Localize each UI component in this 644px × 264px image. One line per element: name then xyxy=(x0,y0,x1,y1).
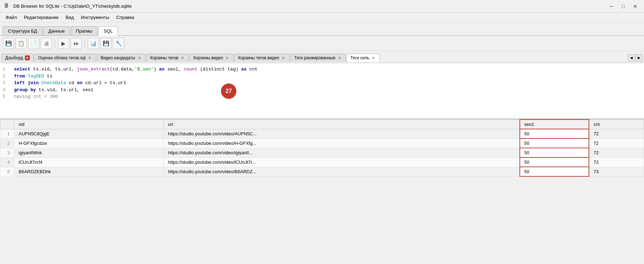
sql-code-3: left join CheckData cd on cd.url = ts.ur… xyxy=(14,80,641,87)
cell-vid: B6ARDZEBDhk xyxy=(14,167,164,176)
sql-tab-close-video-baskets[interactable]: ✕ xyxy=(225,55,230,60)
menu-tools[interactable]: Инструменты xyxy=(78,14,112,21)
cell-url: https://studio.youtube.com/video/lCUnJt7… xyxy=(163,157,519,167)
sql-line-3: 3 left join CheckData cd on cd.url = ts.… xyxy=(3,80,641,87)
cell-vid: lCUnJt7rcf4 xyxy=(14,157,164,167)
cell-rownum: 3 xyxy=(0,148,14,157)
col-header-vid[interactable]: vid xyxy=(14,120,164,129)
cell-cnt: 72 xyxy=(589,148,644,157)
sql-line-2: 2 from TagSEO ts xyxy=(3,73,641,80)
toolbar-sep1 xyxy=(55,39,55,48)
toolbar-print-btn[interactable]: 🖨 xyxy=(41,38,52,49)
menu-file[interactable]: Файл xyxy=(3,14,20,21)
close-button[interactable]: ✕ xyxy=(631,2,640,11)
sql-line-1: 1 select ts.vid, ts.url, json_extract(cd… xyxy=(3,66,641,73)
results-area[interactable]: vid url seo1 cnt 1 AUFN5C8QjgE https://s… xyxy=(0,119,644,264)
sql-tab-close-strong-tags[interactable]: ✕ xyxy=(371,55,376,60)
window-controls: ─ □ ✕ xyxy=(607,2,640,11)
toolbar-sep2 xyxy=(85,39,85,48)
sql-tab-label: Теги ранжированные xyxy=(294,55,335,60)
line-number-4: 4 xyxy=(3,87,10,93)
table-row[interactable]: 1 AUFN5C8QjgE https://studio.youtube.com… xyxy=(0,129,644,138)
sql-code-1: select ts.vid, ts.url, json_extract(cd.d… xyxy=(14,66,641,73)
toolbar-copy-btn[interactable]: 📋 xyxy=(15,38,27,49)
sql-tab-close-tag-baskets[interactable]: ✕ xyxy=(180,55,185,60)
sql-tab-dashboard[interactable]: Дэшборд ✕ xyxy=(1,54,34,62)
cell-url: https://studio.youtube.com/video/H-GFXfg… xyxy=(163,138,519,148)
cell-vid: AUFN5C8QjgE xyxy=(14,129,164,138)
cell-rownum: 5 xyxy=(0,167,14,176)
sql-tabs-prev[interactable]: ◀ xyxy=(628,54,635,61)
cell-seo1: 50 xyxy=(520,138,589,148)
sql-tab-tag-baskets[interactable]: Корзины тегов ✕ xyxy=(146,54,189,62)
sql-tab-strong-tags[interactable]: Теги силь ✕ xyxy=(347,54,380,62)
sql-editor[interactable]: 1 select ts.vid, ts.url, json_extract(cd… xyxy=(0,63,644,119)
cell-seo1: 50 xyxy=(520,157,589,167)
cell-seo1: 50 xyxy=(520,129,589,138)
toolbar-export-btn[interactable]: 💾 xyxy=(100,38,112,49)
cell-vid: H-GFXfgcdzw xyxy=(14,138,164,148)
toolbar: 💾 📋 📄 🖨 ▶ ⏭ 📊 💾 🔧 xyxy=(0,36,644,51)
tab-data[interactable]: Данные xyxy=(43,26,70,35)
toolbar-save-btn[interactable]: 💾 xyxy=(3,38,14,49)
col-header-cnt[interactable]: cnt xyxy=(589,120,644,129)
minimize-button[interactable]: ─ xyxy=(607,2,616,11)
sql-editor-content[interactable]: 1 select ts.vid, ts.url, json_extract(cd… xyxy=(0,63,644,119)
col-header-url[interactable]: url xyxy=(163,120,519,129)
maximize-button[interactable]: □ xyxy=(619,2,628,11)
tab-sql[interactable]: SQL xyxy=(98,26,118,36)
sql-tabs-nav: ◀ ▶ xyxy=(628,54,643,61)
sql-tab-close-tagcloud[interactable]: ✕ xyxy=(87,55,92,60)
cell-rownum: 1 xyxy=(0,129,14,138)
sql-tab-video-baskets[interactable]: Корзины видео ✕ xyxy=(189,54,233,62)
line-number-5: 5 xyxy=(3,93,10,100)
sql-tabs: Дэшборд ✕ Оценка облака тегов.sql ✕ Виде… xyxy=(0,51,644,63)
col-header-rownum xyxy=(0,120,14,129)
toolbar-settings-btn[interactable]: 🔧 xyxy=(113,38,124,49)
cell-cnt: 72 xyxy=(589,138,644,148)
query-count-badge: 27 xyxy=(221,83,236,99)
menu-help[interactable]: Справка xyxy=(114,14,137,21)
menu-bar: Файл Редактирование Вид Инструменты Спра… xyxy=(0,13,644,22)
table-row[interactable]: 5 B6ARDZEBDhk https://studio.youtube.com… xyxy=(0,167,644,176)
toolbar-new-btn[interactable]: 📄 xyxy=(28,38,39,49)
sql-tab-tagcloud[interactable]: Оценка облака тегов.sql ✕ xyxy=(34,54,96,62)
sql-tab-label: Корзины тегов xyxy=(150,55,178,60)
sql-tab-ranked-tags[interactable]: Теги ранжированные ✕ xyxy=(290,54,346,62)
sql-tab-close-tag-video-baskets[interactable]: ✕ xyxy=(281,55,286,60)
sql-tab-label: Корзины видео xyxy=(193,55,223,60)
cell-url: https://studio.youtube.com/video/AUFN5C.… xyxy=(163,129,519,138)
table-row[interactable]: 3 igiyanlIWnk https://studio.youtube.com… xyxy=(0,148,644,157)
title-bar: 🗄 DB Browser for SQLite - C:\UpDate\O_YT… xyxy=(0,0,644,13)
col-header-seo1[interactable]: seo1 xyxy=(520,120,589,129)
sql-tab-label: Теги силь xyxy=(350,55,369,60)
menu-view[interactable]: Вид xyxy=(63,14,77,21)
sql-tab-close-candidates[interactable]: ✕ xyxy=(137,55,142,60)
tab-pragmas[interactable]: Прагмы xyxy=(71,26,98,35)
sql-code-4: group by ts.vid, ts.url, seol xyxy=(14,87,641,94)
sql-code-2: from TagSEO ts xyxy=(14,73,641,80)
sql-tab-close-dashboard[interactable]: ✕ xyxy=(25,55,30,60)
sql-line-5: 5 having cnt < 300 xyxy=(3,93,641,100)
sql-tab-label: Оценка облака тегов.sql xyxy=(38,55,86,60)
sql-tab-candidates[interactable]: Видео кандидаты ✕ xyxy=(97,54,146,62)
main-layout: 1 select ts.vid, ts.url, json_extract(cd… xyxy=(0,63,644,264)
sql-tab-tag-video-baskets[interactable]: Корзины тегов видео ✕ xyxy=(234,54,290,62)
results-header-row: vid url seo1 cnt xyxy=(0,120,644,129)
sql-tab-close-ranked-tags[interactable]: ✕ xyxy=(337,55,342,60)
sql-tab-label: Корзины тегов видео xyxy=(238,55,279,60)
line-number-1: 1 xyxy=(3,66,10,73)
toolbar-step-btn[interactable]: ⏭ xyxy=(71,38,82,49)
sql-tabs-next[interactable]: ▶ xyxy=(636,54,643,61)
table-row[interactable]: 2 H-GFXfgcdzw https://studio.youtube.com… xyxy=(0,138,644,148)
cell-url: https://studio.youtube.com/video/igiyanl… xyxy=(163,148,519,157)
cell-seo1: 50 xyxy=(520,167,589,176)
toolbar-chart-btn[interactable]: 📊 xyxy=(88,38,99,49)
cell-vid: igiyanlIWnk xyxy=(14,148,164,157)
sql-code-5: having cnt < 300 xyxy=(14,93,641,100)
toolbar-run-btn[interactable]: ▶ xyxy=(58,38,69,49)
menu-edit[interactable]: Редактирование xyxy=(21,14,61,21)
sql-line-4: 4 group by ts.vid, ts.url, seol xyxy=(3,87,641,94)
table-row[interactable]: 4 lCUnJt7rcf4 https://studio.youtube.com… xyxy=(0,157,644,167)
tab-structure[interactable]: Структура БД xyxy=(3,26,42,35)
